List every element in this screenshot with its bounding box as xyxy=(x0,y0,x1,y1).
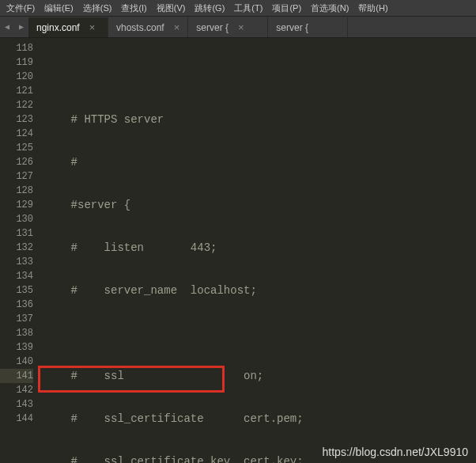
line-number: 127 xyxy=(0,169,33,184)
nav-arrows: ◀ ▶ xyxy=(0,17,28,37)
watermark: https://blog.csdn.net/JXL9910 xyxy=(323,446,468,458)
menu-project[interactable]: 项目(P) xyxy=(269,2,304,14)
close-icon[interactable]: × xyxy=(174,21,180,33)
menu-file[interactable]: 文件(F) xyxy=(3,2,38,14)
line-number: 128 xyxy=(0,184,33,198)
menu-prefs[interactable]: 首选项(N) xyxy=(308,2,352,14)
code-line: # listen 443; xyxy=(44,241,476,255)
line-number: 118 xyxy=(0,41,33,55)
line-number: 122 xyxy=(0,98,33,112)
tab-label: server { xyxy=(196,22,229,33)
line-number: 144 xyxy=(0,412,33,426)
code-line: # ssl_certificate cert.pem; xyxy=(44,412,476,426)
tab-label: vhosts.conf xyxy=(116,22,164,33)
line-number: 124 xyxy=(0,127,33,141)
tabs: nginx.conf × vhosts.conf × server { × se… xyxy=(28,17,476,37)
line-number: 133 xyxy=(0,255,33,269)
line-number: 134 xyxy=(0,269,33,283)
menu-tools[interactable]: 工具(T) xyxy=(231,2,266,14)
gutter: 1181191201211221231241251261271281291301… xyxy=(0,38,38,463)
tab-label: server { xyxy=(276,22,308,33)
line-number: 140 xyxy=(0,355,33,369)
tab-nginx-conf[interactable]: nginx.conf × xyxy=(28,17,108,37)
line-number: 138 xyxy=(0,326,33,340)
tab-server-2[interactable]: server { xyxy=(268,17,348,37)
code-line: # xyxy=(44,155,476,169)
line-number: 121 xyxy=(0,84,33,98)
close-icon[interactable]: × xyxy=(238,21,244,33)
window: 文件(F) 编辑(E) 选择(S) 查找(I) 视图(V) 跳转(G) 工具(T… xyxy=(0,0,476,463)
line-number: 126 xyxy=(0,155,33,169)
tab-server-1[interactable]: server { × xyxy=(188,17,268,37)
line-number: 141 xyxy=(0,369,33,383)
line-number: 135 xyxy=(0,283,33,298)
menu-view[interactable]: 视图(V) xyxy=(153,2,189,14)
line-number: 143 xyxy=(0,397,33,412)
tab-label: nginx.conf xyxy=(36,22,80,33)
line-number: 136 xyxy=(0,298,33,312)
tab-vhosts-conf[interactable]: vhosts.conf × xyxy=(108,17,188,37)
line-number: 130 xyxy=(0,212,33,226)
line-number: 129 xyxy=(0,198,33,212)
menubar: 文件(F) 编辑(E) 选择(S) 查找(I) 视图(V) 跳转(G) 工具(T… xyxy=(0,0,476,17)
code-line: # ssl on; xyxy=(44,369,476,383)
menu-edit[interactable]: 编辑(E) xyxy=(41,2,77,14)
nav-left-icon[interactable]: ◀ xyxy=(5,22,9,32)
code-editor[interactable]: # HTTPS server # #server { # listen 443;… xyxy=(38,38,476,463)
line-number: 131 xyxy=(0,226,33,241)
nav-right-icon[interactable]: ▶ xyxy=(19,22,24,32)
line-number: 125 xyxy=(0,141,33,155)
menu-help[interactable]: 帮助(H) xyxy=(355,2,391,14)
line-number: 119 xyxy=(0,55,33,70)
line-number: 137 xyxy=(0,312,33,326)
code-line xyxy=(44,70,476,84)
menu-goto[interactable]: 跳转(G) xyxy=(191,2,228,14)
code-line: # server_name localhost; xyxy=(44,283,476,298)
line-number: 132 xyxy=(0,241,33,255)
line-number: 139 xyxy=(0,340,33,355)
close-icon[interactable]: × xyxy=(89,21,96,33)
tabbar: ◀ ▶ nginx.conf × vhosts.conf × server { … xyxy=(0,17,476,38)
menu-find[interactable]: 查找(I) xyxy=(118,2,149,14)
editor-body: 1181191201211221231241251261271281291301… xyxy=(0,38,476,463)
menu-select[interactable]: 选择(S) xyxy=(80,2,115,14)
code-line: # HTTPS server xyxy=(44,112,476,127)
line-number: 123 xyxy=(0,112,33,127)
line-number: 120 xyxy=(0,70,33,84)
code-line: #server { xyxy=(44,198,476,212)
code-line xyxy=(44,326,476,340)
line-number: 142 xyxy=(0,383,33,397)
